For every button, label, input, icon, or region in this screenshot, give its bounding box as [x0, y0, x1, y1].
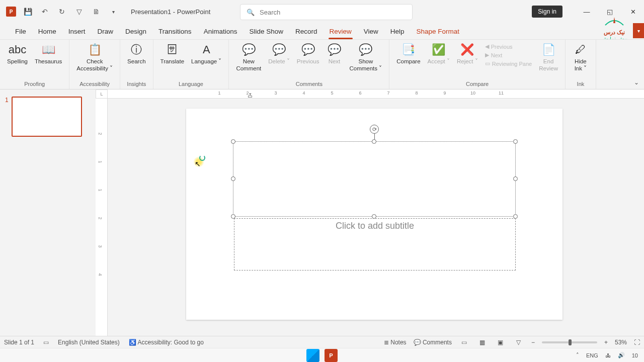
reject-icon: ❌ — [460, 43, 474, 57]
ribbon-group-language: 🈂TranslateALanguage ˅Language — [153, 40, 229, 89]
translate-icon: 🈂 — [165, 43, 179, 57]
hide-ink-icon: 🖊 — [574, 43, 588, 57]
reading-view-icon[interactable]: ▣ — [495, 338, 506, 347]
powerpoint-taskbar-icon[interactable]: P — [325, 349, 338, 362]
tab-animations[interactable]: Animations — [198, 25, 244, 38]
signin-button[interactable]: Sign in — [532, 6, 562, 18]
accessibility-status[interactable]: ♿ Accessibility: Good to go — [129, 339, 204, 346]
tray-volume-icon[interactable]: 🔊 — [618, 352, 625, 358]
zoom-slider[interactable] — [542, 341, 597, 343]
ribbon-group-insights: ⓘSearchInsights — [120, 40, 153, 89]
ribbon-group-comments: 💬NewComment💬Delete ˅💬Previous💬Next💬ShowC… — [229, 40, 389, 89]
language-icon: A — [199, 43, 213, 57]
from-beginning-icon[interactable]: ▽ — [73, 6, 85, 17]
ribbon-options-icon[interactable]: ▾ — [633, 23, 644, 38]
show-comments-icon: 💬 — [359, 43, 373, 57]
tab-review[interactable]: Review — [324, 25, 358, 38]
start-icon[interactable] — [306, 349, 319, 362]
zoom-in-icon[interactable]: + — [604, 339, 608, 346]
tab-slide-show[interactable]: Slide Show — [243, 25, 289, 38]
accept-button: ✅Accept ˅ — [425, 42, 453, 66]
redo-icon[interactable]: ↻ — [56, 6, 67, 17]
rotate-handle-icon[interactable]: ⟳ — [370, 125, 379, 134]
title-placeholder[interactable]: ⟳ — [233, 141, 516, 217]
new-file-icon[interactable]: 🗎 — [91, 6, 102, 17]
resize-handle[interactable] — [231, 176, 235, 181]
tab-view[interactable]: View — [358, 25, 384, 38]
delete-button: 💬Delete ˅ — [265, 42, 292, 66]
watermark-logo: نیک درس پیش نمایش — [592, 5, 637, 42]
group-label: Comments — [296, 80, 323, 89]
windows-taskbar: P ˄ ENG 🖧 🔊 10 — [0, 348, 644, 362]
tab-shape-format[interactable]: Shape Format — [411, 25, 466, 38]
reject-button: ❌Reject ˅ — [454, 42, 481, 66]
tray-chevron-icon[interactable]: ˄ — [576, 352, 579, 358]
group-label: Insights — [127, 80, 146, 89]
tab-help[interactable]: Help — [384, 25, 411, 38]
zoom-out-icon[interactable]: − — [531, 339, 535, 346]
subtitle-placeholder-text: Click to add subtitle — [234, 219, 515, 231]
save-icon[interactable]: 💾 — [22, 6, 33, 17]
tray-language[interactable]: ENG — [586, 352, 598, 358]
check-accessibility-button[interactable]: 📋CheckAccessibility ˅ — [73, 42, 116, 73]
slide-thumbnail[interactable] — [12, 97, 82, 137]
slide-canvas[interactable]: L ▾ 1234567891011 211234 ⟳ Click to add … — [96, 89, 644, 339]
zoom-value[interactable]: 53% — [615, 339, 627, 346]
compare-button[interactable]: 📑Compare — [393, 42, 423, 66]
collapse-ribbon-icon[interactable]: ⌄ — [634, 79, 639, 86]
tab-transitions[interactable]: Transitions — [152, 25, 198, 38]
thesaurus-icon: 📖 — [41, 43, 55, 57]
previous-icon: 💬 — [301, 43, 315, 57]
resize-handle[interactable] — [372, 139, 376, 144]
ribbon-group-proofing: abcSpelling📖ThesaurusProofing — [0, 40, 69, 89]
new-comment-button[interactable]: 💬NewComment — [233, 42, 264, 73]
comments-button[interactable]: 💬 Comments — [414, 339, 452, 346]
show-comments-button[interactable]: 💬ShowComments ˅ — [346, 42, 385, 73]
compare-icon: 📑 — [401, 43, 416, 57]
tab-draw[interactable]: Draw — [92, 25, 120, 38]
end-review-icon: 📄 — [541, 43, 555, 57]
tray-network-icon[interactable]: 🖧 — [605, 352, 611, 358]
accept-icon: ✅ — [432, 43, 446, 57]
search-input[interactable]: 🔍 Search — [240, 4, 413, 20]
hide-ink-button[interactable]: 🖊HideInk ˅ — [570, 42, 592, 73]
resize-handle[interactable] — [513, 139, 518, 144]
tab-file[interactable]: File — [9, 25, 32, 38]
delete-icon: 💬 — [272, 43, 286, 57]
previous-button: ◀ Previous — [484, 43, 533, 50]
tab-home[interactable]: Home — [32, 25, 62, 38]
fit-window-icon[interactable]: ⛶ — [634, 339, 640, 346]
translate-button[interactable]: 🈂Translate — [157, 42, 188, 66]
slideshow-view-icon[interactable]: ▽ — [513, 338, 524, 347]
vertical-ruler: 211234 — [96, 99, 108, 339]
resize-handle[interactable] — [513, 176, 518, 181]
slide[interactable]: ⟳ Click to add subtitle — [186, 109, 562, 320]
group-label: Ink — [577, 80, 585, 89]
spelling-button[interactable]: abcSpelling — [4, 42, 31, 66]
group-label: Compare — [466, 80, 489, 89]
notes-button[interactable]: ≣ Notes — [384, 339, 407, 346]
thesaurus-button[interactable]: 📖Thesaurus — [32, 42, 65, 66]
search-button[interactable]: ⓘSearch — [124, 42, 148, 66]
resize-handle[interactable] — [231, 139, 235, 144]
tab-record[interactable]: Record — [289, 25, 324, 38]
ruler-corner: L — [96, 89, 108, 99]
new-comment-icon: 💬 — [242, 43, 256, 57]
search-icon: 🔍 — [247, 9, 255, 16]
sorter-view-icon[interactable]: ▦ — [477, 338, 488, 347]
normal-view-icon[interactable]: ▭ — [459, 338, 470, 347]
zoom-knob[interactable] — [569, 339, 572, 345]
tray-clock[interactable]: 10 — [632, 352, 638, 358]
ribbon-group-ink: 🖊HideInk ˅Ink — [566, 40, 596, 89]
qat-more-icon[interactable]: ▾ — [108, 6, 119, 17]
group-label: Language — [179, 80, 203, 89]
cursor-icon: ↖ — [195, 160, 201, 168]
subtitle-placeholder[interactable]: Click to add subtitle — [234, 218, 516, 270]
undo-icon[interactable]: ↶ — [39, 6, 50, 17]
language-status[interactable]: English (United States) — [58, 339, 120, 346]
tab-insert[interactable]: Insert — [62, 25, 92, 38]
accessibility-shortcut-icon[interactable]: ▭ — [43, 339, 49, 346]
horizontal-ruler: ▾ 1234567891011 — [108, 89, 644, 99]
tab-design[interactable]: Design — [119, 25, 152, 38]
language-button[interactable]: ALanguage ˅ — [188, 42, 224, 66]
